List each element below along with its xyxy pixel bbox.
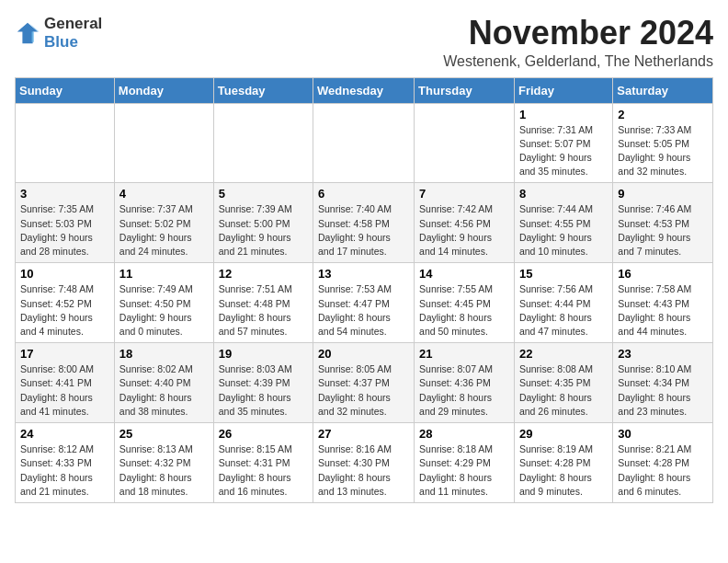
day-info: Sunrise: 7:55 AM Sunset: 4:45 PM Dayligh… xyxy=(419,282,509,339)
location-title: Westenenk, Gelderland, The Netherlands xyxy=(443,53,713,70)
calendar-header-cell: Monday xyxy=(114,77,213,103)
day-info: Sunrise: 8:18 AM Sunset: 4:29 PM Dayligh… xyxy=(419,442,509,499)
day-info: Sunrise: 8:08 AM Sunset: 4:35 PM Dayligh… xyxy=(519,362,608,419)
day-info: Sunrise: 8:10 AM Sunset: 4:34 PM Dayligh… xyxy=(618,362,708,419)
day-info: Sunrise: 7:33 AM Sunset: 5:05 PM Dayligh… xyxy=(618,123,708,179)
calendar-day-cell xyxy=(16,103,115,183)
calendar-day-cell: 20Sunrise: 8:05 AM Sunset: 4:37 PM Dayli… xyxy=(313,343,415,423)
day-number: 15 xyxy=(519,267,608,281)
day-info: Sunrise: 7:58 AM Sunset: 4:43 PM Dayligh… xyxy=(618,282,708,339)
day-number: 7 xyxy=(419,187,509,201)
header: General Blue November 2024 Westenenk, Ge… xyxy=(15,15,713,70)
day-info: Sunrise: 7:53 AM Sunset: 4:47 PM Dayligh… xyxy=(318,282,409,339)
day-number: 3 xyxy=(20,187,109,201)
day-number: 27 xyxy=(318,427,409,441)
month-title: November 2024 xyxy=(443,15,713,52)
calendar-day-cell: 15Sunrise: 7:56 AM Sunset: 4:44 PM Dayli… xyxy=(514,263,612,343)
calendar-header-row: SundayMondayTuesdayWednesdayThursdayFrid… xyxy=(16,77,713,103)
day-info: Sunrise: 8:03 AM Sunset: 4:39 PM Dayligh… xyxy=(219,362,308,419)
calendar-day-cell: 1Sunrise: 7:31 AM Sunset: 5:07 PM Daylig… xyxy=(514,103,612,183)
day-info: Sunrise: 7:56 AM Sunset: 4:44 PM Dayligh… xyxy=(519,282,608,339)
day-info: Sunrise: 7:46 AM Sunset: 4:53 PM Dayligh… xyxy=(618,202,708,259)
day-info: Sunrise: 7:37 AM Sunset: 5:02 PM Dayligh… xyxy=(119,202,209,259)
calendar-day-cell: 24Sunrise: 8:12 AM Sunset: 4:33 PM Dayli… xyxy=(16,423,115,503)
logo-text-general: General xyxy=(44,15,102,33)
calendar-day-cell: 11Sunrise: 7:49 AM Sunset: 4:50 PM Dayli… xyxy=(114,263,213,343)
day-info: Sunrise: 8:21 AM Sunset: 4:28 PM Dayligh… xyxy=(618,442,708,499)
day-number: 9 xyxy=(618,187,708,201)
day-info: Sunrise: 8:13 AM Sunset: 4:32 PM Dayligh… xyxy=(119,442,209,499)
calendar-day-cell: 16Sunrise: 7:58 AM Sunset: 4:43 PM Dayli… xyxy=(613,263,713,343)
day-number: 28 xyxy=(419,427,509,441)
day-number: 24 xyxy=(20,427,109,441)
day-info: Sunrise: 8:02 AM Sunset: 4:40 PM Dayligh… xyxy=(119,362,209,419)
calendar-week-row: 1Sunrise: 7:31 AM Sunset: 5:07 PM Daylig… xyxy=(16,103,713,183)
calendar-day-cell: 4Sunrise: 7:37 AM Sunset: 5:02 PM Daylig… xyxy=(114,183,213,263)
calendar-week-row: 17Sunrise: 8:00 AM Sunset: 4:41 PM Dayli… xyxy=(16,343,713,423)
calendar-day-cell: 17Sunrise: 8:00 AM Sunset: 4:41 PM Dayli… xyxy=(16,343,115,423)
calendar-day-cell: 10Sunrise: 7:48 AM Sunset: 4:52 PM Dayli… xyxy=(16,263,115,343)
day-number: 14 xyxy=(419,267,509,281)
day-number: 13 xyxy=(318,267,409,281)
calendar-header-cell: Wednesday xyxy=(313,77,415,103)
day-number: 12 xyxy=(219,267,308,281)
day-number: 2 xyxy=(618,108,708,121)
calendar-week-row: 24Sunrise: 8:12 AM Sunset: 4:33 PM Dayli… xyxy=(16,423,713,503)
calendar-day-cell: 30Sunrise: 8:21 AM Sunset: 4:28 PM Dayli… xyxy=(613,423,713,503)
day-number: 17 xyxy=(20,347,109,361)
day-number: 5 xyxy=(219,187,308,201)
day-info: Sunrise: 8:16 AM Sunset: 4:30 PM Dayligh… xyxy=(318,442,409,499)
calendar-day-cell: 8Sunrise: 7:44 AM Sunset: 4:55 PM Daylig… xyxy=(514,183,612,263)
calendar-day-cell: 9Sunrise: 7:46 AM Sunset: 4:53 PM Daylig… xyxy=(613,183,713,263)
calendar-header-cell: Sunday xyxy=(16,77,115,103)
calendar-day-cell: 26Sunrise: 8:15 AM Sunset: 4:31 PM Dayli… xyxy=(213,423,313,503)
calendar: SundayMondayTuesdayWednesdayThursdayFrid… xyxy=(15,77,713,503)
calendar-day-cell xyxy=(415,103,515,183)
calendar-week-row: 3Sunrise: 7:35 AM Sunset: 5:03 PM Daylig… xyxy=(16,183,713,263)
calendar-day-cell: 7Sunrise: 7:42 AM Sunset: 4:56 PM Daylig… xyxy=(415,183,515,263)
day-number: 25 xyxy=(119,427,209,441)
calendar-day-cell xyxy=(213,103,313,183)
calendar-week-row: 10Sunrise: 7:48 AM Sunset: 4:52 PM Dayli… xyxy=(16,263,713,343)
day-info: Sunrise: 7:31 AM Sunset: 5:07 PM Dayligh… xyxy=(519,123,608,179)
calendar-header-cell: Friday xyxy=(514,77,612,103)
calendar-day-cell: 14Sunrise: 7:55 AM Sunset: 4:45 PM Dayli… xyxy=(415,263,515,343)
day-info: Sunrise: 7:35 AM Sunset: 5:03 PM Dayligh… xyxy=(20,202,109,259)
day-number: 6 xyxy=(318,187,409,201)
calendar-day-cell: 27Sunrise: 8:16 AM Sunset: 4:30 PM Dayli… xyxy=(313,423,415,503)
calendar-day-cell: 18Sunrise: 8:02 AM Sunset: 4:40 PM Dayli… xyxy=(114,343,213,423)
calendar-day-cell: 22Sunrise: 8:08 AM Sunset: 4:35 PM Dayli… xyxy=(514,343,612,423)
logo-icon xyxy=(15,20,40,46)
day-info: Sunrise: 8:19 AM Sunset: 4:28 PM Dayligh… xyxy=(519,442,608,499)
day-number: 10 xyxy=(20,267,109,281)
day-info: Sunrise: 8:15 AM Sunset: 4:31 PM Dayligh… xyxy=(219,442,308,499)
day-info: Sunrise: 7:48 AM Sunset: 4:52 PM Dayligh… xyxy=(20,282,109,339)
calendar-day-cell xyxy=(313,103,415,183)
day-number: 23 xyxy=(618,347,708,361)
calendar-day-cell: 6Sunrise: 7:40 AM Sunset: 4:58 PM Daylig… xyxy=(313,183,415,263)
day-info: Sunrise: 8:05 AM Sunset: 4:37 PM Dayligh… xyxy=(318,362,409,419)
calendar-body: 1Sunrise: 7:31 AM Sunset: 5:07 PM Daylig… xyxy=(16,103,713,502)
calendar-day-cell: 25Sunrise: 8:13 AM Sunset: 4:32 PM Dayli… xyxy=(114,423,213,503)
day-number: 4 xyxy=(119,187,209,201)
day-number: 19 xyxy=(219,347,308,361)
day-number: 26 xyxy=(219,427,308,441)
day-info: Sunrise: 8:07 AM Sunset: 4:36 PM Dayligh… xyxy=(419,362,509,419)
calendar-day-cell: 28Sunrise: 8:18 AM Sunset: 4:29 PM Dayli… xyxy=(415,423,515,503)
calendar-header-cell: Thursday xyxy=(415,77,515,103)
day-number: 11 xyxy=(119,267,209,281)
calendar-day-cell: 5Sunrise: 7:39 AM Sunset: 5:00 PM Daylig… xyxy=(213,183,313,263)
calendar-day-cell: 19Sunrise: 8:03 AM Sunset: 4:39 PM Dayli… xyxy=(213,343,313,423)
logo-text-blue: Blue xyxy=(44,33,102,52)
day-info: Sunrise: 7:42 AM Sunset: 4:56 PM Dayligh… xyxy=(419,202,509,259)
calendar-day-cell: 21Sunrise: 8:07 AM Sunset: 4:36 PM Dayli… xyxy=(415,343,515,423)
day-number: 22 xyxy=(519,347,608,361)
day-number: 30 xyxy=(618,427,708,441)
calendar-day-cell: 29Sunrise: 8:19 AM Sunset: 4:28 PM Dayli… xyxy=(514,423,612,503)
calendar-day-cell xyxy=(114,103,213,183)
svg-marker-0 xyxy=(17,22,38,42)
day-info: Sunrise: 7:40 AM Sunset: 4:58 PM Dayligh… xyxy=(318,202,409,259)
day-number: 20 xyxy=(318,347,409,361)
calendar-day-cell: 13Sunrise: 7:53 AM Sunset: 4:47 PM Dayli… xyxy=(313,263,415,343)
calendar-header-cell: Saturday xyxy=(613,77,713,103)
